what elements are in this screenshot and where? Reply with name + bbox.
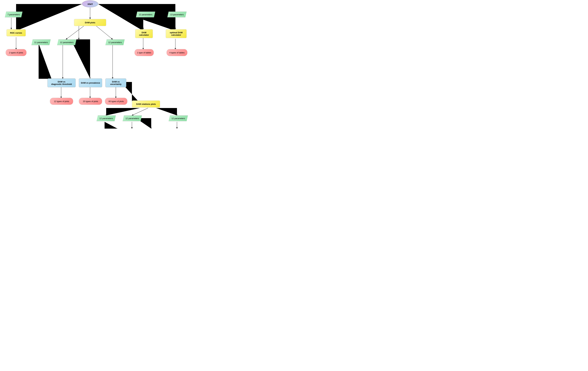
dam-relations-plots-node: DAM relations plots [132,100,160,108]
roc-curves-node: ROC curves [6,29,26,36]
svg-line-7 [95,25,113,39]
param-11-node: 11 parameters [31,39,51,45]
param-12a-node: 12 parameters [57,39,76,45]
dam-vs-threshold-node: DAM vs diagnostic threshold [47,79,76,87]
param-12d-node: 12 parameters [96,115,116,121]
out-20plots-a-node: 20 types of plots [79,98,102,105]
out-1table-node: 1 type of tables [135,49,154,56]
param-13-node: 13 parameters [167,11,187,17]
dam-vs-prevalence-node: DAM vs prevalence [79,79,102,87]
optimal-dam-node: optimal DAM calculator [166,29,187,38]
param-12c-node: 12 parameters [136,11,155,17]
svg-line-15 [132,108,148,115]
param-12b-node: 12 parameters [105,39,125,45]
out-4tables-node: 4 types of tables [167,49,188,56]
start-node: start [82,0,98,7]
svg-line-6 [66,25,85,39]
param-7-node: 7 parameters [5,11,22,17]
out-2plots-node: 2 types of plots [6,49,27,56]
out-60plots-node: 60 types of plots [105,98,127,105]
param-12e-node: 12 parameters [123,115,142,121]
dam-plots-node: DAM plots [74,19,106,26]
out-12plots-node: 12 types of plots [50,98,73,105]
flowchart: start ROC curves DAM plots DAM calculato… [0,0,193,129]
dam-vs-uncertainty-node: DAM vs uncertainty [105,79,126,87]
dam-calculator-node: DAM calculator [135,29,153,38]
param-12f-node: 12 parameters [168,115,188,121]
